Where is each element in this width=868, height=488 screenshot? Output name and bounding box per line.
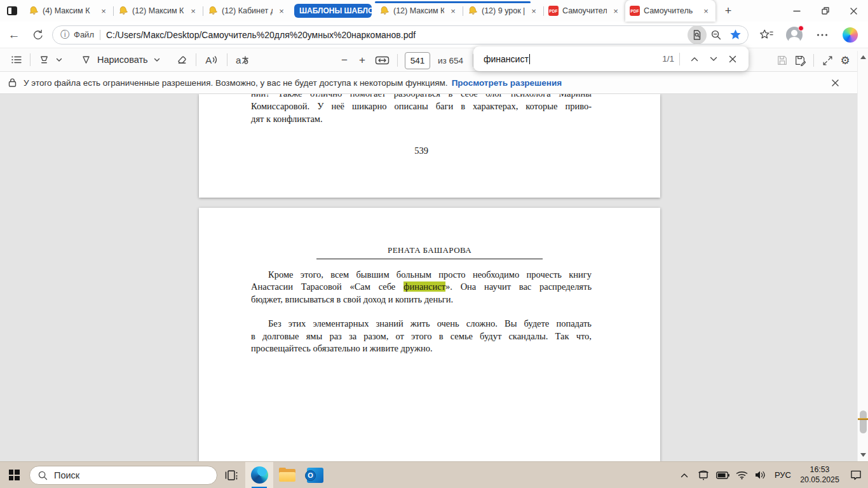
- tab-maksim-3[interactable]: (12) Максим К ×: [375, 0, 463, 22]
- search-icon: [37, 470, 48, 480]
- draw-button[interactable]: [77, 51, 95, 69]
- back-button[interactable]: ←: [3, 24, 25, 46]
- cast-button[interactable]: [694, 462, 713, 488]
- zoom-out-button[interactable]: −: [336, 51, 353, 69]
- ellipsis-icon: [817, 33, 828, 37]
- battery-icon: [716, 471, 729, 479]
- search-highlight: финансист: [403, 281, 445, 292]
- action-center-button[interactable]: [844, 462, 868, 488]
- draw-dropdown[interactable]: [151, 51, 163, 69]
- triangle-up-icon: [860, 55, 866, 59]
- close-find-button[interactable]: [723, 50, 742, 69]
- settings-menu-button[interactable]: [808, 24, 836, 46]
- task-view-button[interactable]: [217, 462, 245, 488]
- minimize-button[interactable]: [782, 0, 811, 22]
- gear-icon: ⚙: [840, 55, 850, 66]
- save-button[interactable]: [773, 51, 791, 69]
- tab-samouchitel-1[interactable]: PDF Самоучитель ×: [544, 0, 625, 22]
- battery-button[interactable]: [713, 462, 732, 488]
- chevron-down-icon: [710, 57, 717, 62]
- save-as-button[interactable]: [791, 51, 809, 69]
- tab-close-icon[interactable]: ×: [611, 6, 621, 16]
- taskbar-outlook-button[interactable]: O: [301, 462, 329, 488]
- tab-samouchitel-active[interactable]: PDF Самоучитель ×: [625, 0, 715, 22]
- copilot-button[interactable]: [836, 24, 864, 46]
- protocol-label: Файл: [74, 30, 94, 39]
- table-of-contents-button[interactable]: [8, 51, 25, 69]
- vertical-scrollbar[interactable]: [857, 51, 868, 461]
- clock[interactable]: 16:53 20.05.2025: [796, 465, 844, 485]
- tab-close-icon[interactable]: ×: [448, 6, 458, 16]
- tab-maksim-1[interactable]: (4) Максим К ×: [24, 0, 113, 22]
- start-button[interactable]: [0, 462, 28, 488]
- paragraph: Кроме этого, всем бывшим больным просто …: [251, 269, 592, 306]
- taskbar-edge-button[interactable]: [245, 462, 273, 488]
- page-number-input[interactable]: 541: [405, 52, 430, 69]
- find-on-page-button[interactable]: [688, 25, 707, 44]
- view-permissions-link[interactable]: Просмотреть разрешения: [452, 78, 562, 88]
- new-tab-button[interactable]: +: [719, 2, 737, 20]
- highlighter-icon: [38, 54, 50, 66]
- url-field[interactable]: ⓘ Файл C:/Users/Макс/Desktop/Самоучитель…: [52, 25, 749, 44]
- edge-icon: [251, 466, 268, 484]
- highlighter-dropdown[interactable]: [53, 51, 65, 69]
- translate-button[interactable]: a: [232, 51, 254, 69]
- close-window-button[interactable]: [839, 0, 868, 22]
- tab-group-label[interactable]: ШАБЛОНЫ ШАБЛО: [294, 4, 372, 18]
- scrollbar-thumb[interactable]: [860, 410, 867, 433]
- permissions-notice-bar: У этого файла есть ограниченные разрешен…: [0, 72, 868, 94]
- time: 16:53: [796, 465, 844, 475]
- notification-icon: [850, 470, 862, 480]
- tab-close-icon[interactable]: ×: [701, 6, 711, 16]
- text-line: просвещайтесь обязательно и живите дружн…: [251, 342, 592, 355]
- eraser-icon: [176, 54, 188, 66]
- restore-button[interactable]: [811, 0, 839, 22]
- text-line: Кроме этого, всем бывшим больным просто …: [251, 269, 592, 281]
- chevron-up-icon: [691, 57, 698, 62]
- tab-close-icon[interactable]: ×: [529, 6, 539, 16]
- hidden-icons-button[interactable]: [675, 462, 694, 488]
- pdf-viewport[interactable]: ний? Также отлично помогает разобраться …: [0, 94, 868, 461]
- profile-button[interactable]: [780, 24, 808, 46]
- save-as-icon: [794, 55, 806, 66]
- draw-label[interactable]: Нарисовать: [97, 55, 148, 65]
- refresh-button[interactable]: [25, 24, 48, 46]
- fullscreen-button[interactable]: [818, 51, 836, 69]
- avatar-body: [789, 37, 800, 44]
- zoom-page-button[interactable]: [707, 25, 726, 44]
- scroll-up-button[interactable]: [858, 52, 868, 62]
- zoom-in-button[interactable]: +: [353, 51, 371, 69]
- pdf-settings-button[interactable]: ⚙: [836, 51, 854, 69]
- volume-button[interactable]: [751, 462, 770, 488]
- address-bar: ← ⓘ Файл C:/Users/Макс/Desktop/Самоучите…: [0, 22, 868, 48]
- language-indicator[interactable]: РУС: [770, 470, 796, 480]
- previous-match-button[interactable]: [685, 50, 704, 69]
- eraser-button[interactable]: [173, 51, 191, 69]
- scroll-down-button[interactable]: [858, 450, 868, 460]
- tab-kabinet[interactable]: (12) Кабинет д ×: [203, 0, 291, 22]
- taskbar-explorer-button[interactable]: [273, 462, 301, 488]
- info-icon[interactable]: ⓘ: [60, 29, 69, 41]
- next-match-button[interactable]: [704, 50, 723, 69]
- pdf-favicon: PDF: [548, 6, 559, 16]
- fit-to-width-button[interactable]: [371, 51, 393, 69]
- read-aloud-button[interactable]: A: [201, 51, 222, 69]
- tab-close-icon[interactable]: ×: [98, 6, 109, 16]
- taskbar-search-input[interactable]: Поиск: [29, 466, 217, 485]
- tab-close-icon[interactable]: ×: [188, 6, 198, 16]
- wifi-button[interactable]: [732, 462, 751, 488]
- collections-button[interactable]: [752, 24, 780, 46]
- url-text[interactable]: C:/Users/Макс/Desktop/Самоучитель%20для%…: [106, 30, 688, 40]
- toolbar-divider: [813, 54, 814, 67]
- highlighter-button[interactable]: [35, 51, 53, 69]
- wireless-display-icon: [697, 470, 710, 480]
- favorite-button[interactable]: [726, 25, 745, 44]
- tab-maksim-2[interactable]: (12) Максим К ×: [114, 0, 203, 22]
- close-notice-button[interactable]: [826, 74, 844, 92]
- tab-urok[interactable]: (12) 9 урок | Ф ×: [463, 0, 543, 22]
- tab-actions-menu-button[interactable]: [5, 4, 19, 18]
- find-input[interactable]: финансист: [484, 54, 529, 64]
- close-icon: [850, 7, 858, 15]
- zoom-page-cluster: − + 541 из 654: [336, 51, 478, 69]
- tab-close-icon[interactable]: ×: [276, 6, 287, 16]
